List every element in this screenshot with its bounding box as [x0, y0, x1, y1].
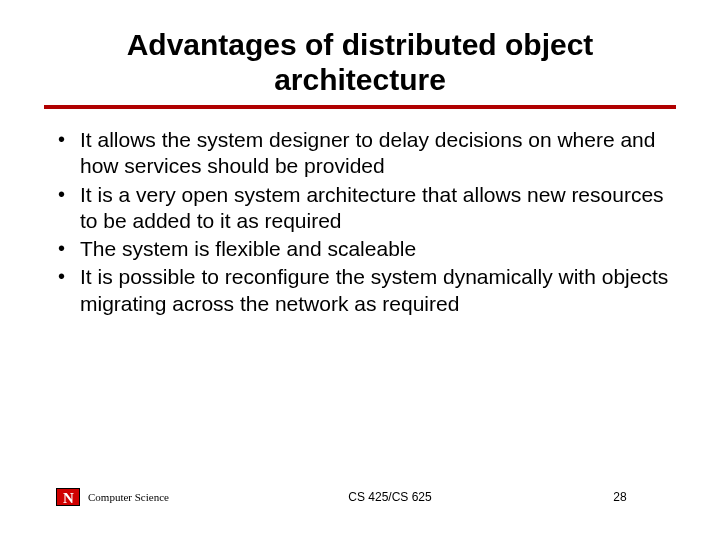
slide-title: Advantages of distributed object archite… [44, 28, 676, 97]
course-label: CS 425/CS 625 [260, 490, 520, 504]
university-logo-icon: N [56, 488, 80, 506]
page-number: 28 [520, 490, 720, 504]
bullet-list: It allows the system designer to delay d… [44, 127, 676, 317]
list-item: It allows the system designer to delay d… [44, 127, 676, 180]
footer-left: N Computer Science [0, 488, 260, 506]
title-underline [44, 105, 676, 109]
list-item: It is possible to reconfigure the system… [44, 264, 676, 317]
list-item: It is a very open system architecture th… [44, 182, 676, 235]
department-label: Computer Science [88, 491, 169, 503]
slide-footer: N Computer Science CS 425/CS 625 28 [0, 484, 720, 510]
slide: Advantages of distributed object archite… [0, 0, 720, 540]
list-item: The system is flexible and scaleable [44, 236, 676, 262]
